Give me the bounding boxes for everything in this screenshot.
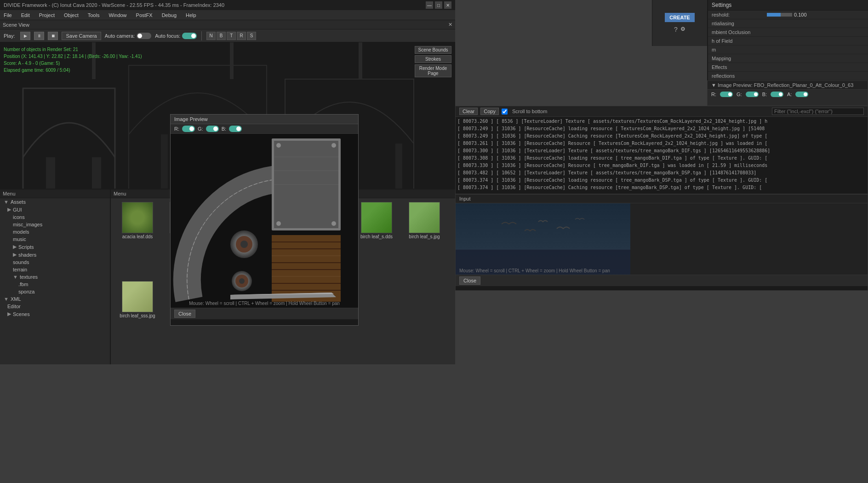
minimize-button[interactable]: — — [426, 1, 433, 9]
svg-point-32 — [331, 221, 336, 226]
tree-assets[interactable]: ▼Assets — [0, 198, 110, 206]
scene-view-label: Scene View — [3, 22, 29, 28]
create-button[interactable]: CREATE — [665, 13, 694, 22]
list-item[interactable]: birch leaf_sss.jpg — [114, 281, 160, 358]
settings-antialiasing[interactable]: ntialiasing — [708, 19, 868, 28]
tree-music[interactable]: music — [0, 236, 110, 243]
stop-button[interactable]: ⏹ — [48, 32, 58, 40]
tree-sounds[interactable]: sounds — [0, 259, 110, 266]
r-toggle[interactable] — [720, 92, 733, 97]
cam-btn-r[interactable]: R — [237, 32, 246, 40]
b-toggle[interactable] — [771, 92, 783, 97]
cam-btn-s[interactable]: S — [247, 32, 256, 40]
menu-postfx[interactable]: PostFX — [134, 12, 154, 19]
settings-ao[interactable]: mbient Occlusion — [708, 28, 868, 37]
thumb-acacia — [122, 202, 153, 233]
auto-focus-label: Auto focus: — [155, 33, 180, 39]
log-content[interactable]: [ 80073.260 ] [ 8536 ] [TextureLoader] T… — [456, 117, 868, 191]
menu-window[interactable]: Window — [107, 12, 128, 19]
cam-btn-b[interactable]: B — [217, 32, 226, 40]
thumb-birchleaf — [361, 202, 392, 233]
info-line1: Number of objects in Render Set: 21 — [4, 46, 142, 53]
g-channel-label: G: — [198, 126, 203, 132]
log-line: [ 80073.300 ] [ 31036 ] [TextureLoader] … — [457, 147, 866, 155]
menu-help[interactable]: Help — [184, 12, 198, 19]
tree-xml[interactable]: ▼XML — [0, 295, 110, 303]
menu-debug[interactable]: Debug — [160, 12, 178, 19]
settings-title: Settings — [708, 0, 868, 11]
scene-bounds-btn[interactable]: Scene Bounds — [415, 46, 451, 54]
r-channel-toggle[interactable] — [182, 126, 195, 132]
info-line4: Elapsed game time: 6009 / 5:04) — [4, 67, 142, 74]
content-menu-label: Menu — [114, 191, 126, 196]
tree-textures[interactable]: ▼textures — [0, 273, 110, 281]
play-button[interactable]: ▶ — [20, 32, 30, 40]
settings-effects[interactable]: Effects — [708, 63, 868, 72]
log-panel: Clear Copy Scroll to bottom [ 80073.260 … — [455, 106, 868, 194]
tree-editor[interactable]: Editor — [0, 303, 110, 310]
menu-tools[interactable]: Tools — [86, 12, 102, 19]
copy-button[interactable]: Copy — [480, 108, 499, 115]
tree-models[interactable]: models — [0, 228, 110, 236]
b-channel-toggle[interactable] — [229, 126, 242, 132]
log-header: Clear Copy Scroll to bottom — [456, 106, 868, 117]
strokes-btn[interactable]: Strokes — [415, 55, 451, 63]
tree-terrain[interactable]: terrain — [0, 266, 110, 273]
scroll-to-bottom-check[interactable] — [502, 109, 508, 115]
tree-scripts[interactable]: ▶Scripts — [0, 243, 110, 251]
info-line2: Position (X: 141.43 | Y: 22.82 | Z: 18.1… — [4, 53, 142, 60]
settings-mapping[interactable]: Mapping — [708, 54, 868, 63]
auto-focus-toggle[interactable] — [182, 33, 197, 39]
play-label: Play: — [4, 33, 15, 39]
user-icon[interactable]: ⚙ — [680, 26, 685, 33]
tree-icons[interactable]: icons — [0, 213, 110, 221]
tree-sponza[interactable]: sponza — [0, 288, 110, 295]
dialog-close-button[interactable]: Close — [174, 310, 195, 318]
cam-btn-n[interactable]: N — [206, 32, 216, 40]
save-camera-button[interactable]: Save Camera — [62, 32, 101, 40]
clear-button[interactable]: Clear — [459, 108, 478, 115]
render-mode-btn[interactable]: Render Mode Page — [415, 64, 451, 77]
cam-btn-t[interactable]: T — [227, 32, 236, 40]
menu-edit[interactable]: Edit — [19, 12, 32, 19]
scene-view-bar: Scene View ✕ — [0, 20, 455, 29]
tree-gui[interactable]: ▶GUI — [0, 206, 110, 213]
settings-dof[interactable]: h of Field — [708, 37, 868, 46]
dialog-close-bar: Close — [171, 308, 358, 319]
tree-scenes[interactable]: ▶Scenes — [0, 310, 110, 318]
auto-camera-toggle[interactable] — [137, 33, 151, 39]
list-item[interactable]: birch leaf_s.dds — [354, 202, 400, 279]
dialog-toolbar: R: G: B: — [171, 124, 358, 134]
log-line: [ 80073.482 ] [ 10652 ] [TextureLoader] … — [457, 169, 866, 177]
help-icon[interactable]: ? — [674, 26, 678, 33]
scene-view-close[interactable]: ✕ — [448, 22, 452, 28]
image-preview-dialog: Image Preview R: G: B: — [170, 114, 359, 326]
settings-reflections[interactable]: reflections — [708, 72, 868, 80]
svg-rect-14 — [230, 42, 234, 79]
menu-project[interactable]: Project — [37, 12, 57, 19]
a-toggle[interactable] — [795, 92, 808, 97]
dialog-preview-content[interactable]: Mouse: Wheel = scroll | CTRL + Wheel = z… — [171, 134, 358, 308]
g-channel-toggle[interactable] — [206, 126, 219, 132]
tree-fbm[interactable]: .fbm — [0, 281, 110, 288]
dialog-hint: Mouse: Wheel = scroll | CTRL + Wheel = z… — [189, 301, 340, 306]
auto-camera-label: Auto camera: — [105, 33, 135, 39]
pause-button[interactable]: ⏸ — [34, 32, 44, 40]
input-close-button[interactable]: Close — [459, 276, 480, 285]
list-item[interactable]: birch leaf_s.jpg — [401, 202, 447, 279]
menu-object[interactable]: Object — [62, 12, 80, 19]
g-toggle[interactable] — [746, 92, 759, 97]
tree-misc-images[interactable]: misc_images — [0, 221, 110, 228]
close-button[interactable]: ✕ — [444, 1, 451, 9]
log-line: [ 80073.260 ] [ 8536 ] [TextureLoader] T… — [457, 118, 866, 125]
list-item[interactable]: acacia leaf.dds — [114, 202, 160, 279]
a-label: A: — [787, 92, 792, 97]
log-filter-input[interactable] — [772, 108, 864, 115]
r-channel-label: R: — [174, 126, 179, 132]
b-label: B: — [762, 92, 767, 97]
maximize-button[interactable]: □ — [435, 1, 442, 9]
dialog-title: Image Preview — [174, 116, 354, 122]
settings-m[interactable]: m — [708, 46, 868, 54]
menu-file[interactable]: File — [2, 12, 14, 19]
tree-shaders[interactable]: ▶shaders — [0, 251, 110, 259]
